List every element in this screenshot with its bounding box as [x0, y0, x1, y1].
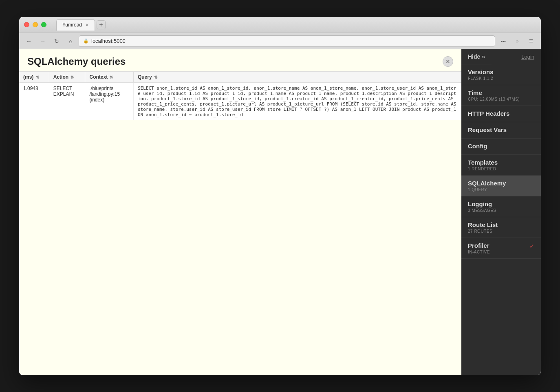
cell-context: ./blueprints /landing.py:15 (index)	[85, 83, 133, 120]
profiler-check-icon: ✓	[529, 243, 534, 249]
sidebar-sub-logging: 3 MESSAGES	[468, 208, 534, 213]
cell-query: SELECT anon_1.store_id AS anon_1_store_i…	[133, 83, 461, 120]
browser-bar: ← → ↻ ⌂ 🔒 localhost:5000 ••• » ☰	[19, 33, 541, 49]
cell-ms: 1.0948	[19, 83, 49, 120]
hamburger-menu-button[interactable]: ☰	[525, 35, 537, 47]
sidebar-label-profiler: Profiler	[468, 242, 489, 249]
main-panel: SQLAlchemy queries ✕ (ms) ⇅ Action ⇅ Con…	[19, 49, 461, 375]
reload-button[interactable]: ↻	[51, 35, 62, 47]
maximize-traffic-light[interactable]	[41, 22, 46, 27]
forward-button[interactable]: →	[37, 35, 49, 47]
titlebar: Yumroad ✕ +	[19, 17, 541, 33]
sidebar-sub-sqlalchemy: 1 QUERY	[468, 187, 534, 192]
url-text: localhost:5000	[91, 38, 491, 44]
url-bar[interactable]: 🔒 localhost:5000	[79, 35, 495, 47]
query-table-container: (ms) ⇅ Action ⇅ Context ⇅ Query ⇅ 1.0948…	[19, 71, 461, 375]
sidebar-label-templates: Templates	[468, 159, 498, 166]
close-panel-button[interactable]: ✕	[443, 56, 453, 67]
login-link[interactable]: Login	[515, 50, 541, 64]
debug-sidebar: Hide » Login VersionsFlask 1.1.2TimeCPU:…	[461, 49, 541, 375]
sidebar-label-time: Time	[468, 89, 482, 96]
col-action[interactable]: Action ⇅	[49, 72, 85, 83]
sort-icon-query: ⇅	[154, 75, 157, 79]
cell-action: SELECT EXPLAIN	[49, 83, 85, 120]
sidebar-sub-time: CPU: 12.09ms (13.47ms)	[468, 97, 534, 101]
col-query[interactable]: Query ⇅	[133, 72, 461, 83]
sidebar-item-request-vars[interactable]: Request Vars	[461, 122, 541, 139]
home-button[interactable]: ⌂	[65, 35, 76, 47]
close-traffic-light[interactable]	[24, 22, 29, 27]
sidebar-item-route-list[interactable]: Route List27 ROUTES	[461, 217, 541, 238]
panel-header: SQLAlchemy queries ✕	[19, 49, 461, 71]
sidebar-sub-profiler: IN-ACTIVE	[468, 250, 534, 254]
tab-close-button[interactable]: ✕	[85, 22, 89, 28]
browser-window: Yumroad ✕ + ← → ↻ ⌂ 🔒 localhost:5000 •••…	[19, 17, 541, 375]
sort-icon-ms: ⇅	[36, 75, 39, 79]
sidebar-item-time[interactable]: TimeCPU: 12.09ms (13.47ms)	[461, 85, 541, 106]
sidebar-sub-templates: 1 RENDERED	[468, 167, 534, 171]
sidebar-item-versions[interactable]: VersionsFlask 1.1.2	[461, 64, 541, 85]
more-options-button[interactable]: •••	[498, 35, 509, 47]
col-ms[interactable]: (ms) ⇅	[19, 72, 49, 83]
sidebar-sub-route-list: 27 ROUTES	[468, 229, 534, 233]
sidebar-sub-versions: Flask 1.1.2	[468, 76, 534, 81]
query-table: (ms) ⇅ Action ⇅ Context ⇅ Query ⇅ 1.0948…	[19, 71, 461, 120]
sidebar-item-sqlalchemy[interactable]: SQLAlchemy1 QUERY	[461, 176, 541, 196]
table-header-row: (ms) ⇅ Action ⇅ Context ⇅ Query ⇅	[19, 72, 461, 83]
sidebar-item-config[interactable]: Config	[461, 139, 541, 155]
security-icon: 🔒	[83, 38, 89, 44]
sort-icon-context: ⇅	[110, 75, 113, 79]
sort-icon-action: ⇅	[71, 75, 74, 79]
browser-tab[interactable]: Yumroad ✕	[56, 19, 95, 31]
sidebar-label-http-headers: HTTP Headers	[468, 110, 509, 117]
sidebar-label-logging: Logging	[468, 200, 492, 207]
sidebar-label-route-list: Route List	[468, 221, 498, 228]
sidebar-label-request-vars: Request Vars	[468, 126, 507, 133]
hide-sidebar-button[interactable]: Hide »	[461, 49, 492, 64]
back-button[interactable]: ←	[23, 35, 35, 47]
sidebar-label-config: Config	[468, 143, 487, 150]
new-tab-button[interactable]: +	[97, 20, 106, 29]
sidebar-label-versions: Versions	[468, 68, 494, 75]
sidebar-item-profiler[interactable]: Profiler✓IN-ACTIVE	[461, 238, 541, 259]
tab-bar: Yumroad ✕ +	[56, 19, 536, 31]
page-title: SQLAlchemy queries	[27, 56, 126, 67]
extensions-button[interactable]: »	[511, 35, 523, 47]
sidebar-header: Hide » Login	[461, 49, 541, 64]
sidebar-label-sqlalchemy: SQLAlchemy	[468, 180, 506, 187]
minimize-traffic-light[interactable]	[33, 22, 38, 27]
content-area: SQLAlchemy queries ✕ (ms) ⇅ Action ⇅ Con…	[19, 49, 541, 375]
table-row: 1.0948SELECT EXPLAIN./blueprints /landin…	[19, 83, 461, 120]
col-context[interactable]: Context ⇅	[85, 72, 133, 83]
tab-title: Yumroad	[62, 22, 82, 28]
sidebar-item-logging[interactable]: Logging3 MESSAGES	[461, 196, 541, 217]
sidebar-items-list: VersionsFlask 1.1.2TimeCPU: 12.09ms (13.…	[461, 64, 541, 259]
sidebar-item-http-headers[interactable]: HTTP Headers	[461, 106, 541, 122]
sidebar-item-templates[interactable]: Templates1 RENDERED	[461, 155, 541, 176]
